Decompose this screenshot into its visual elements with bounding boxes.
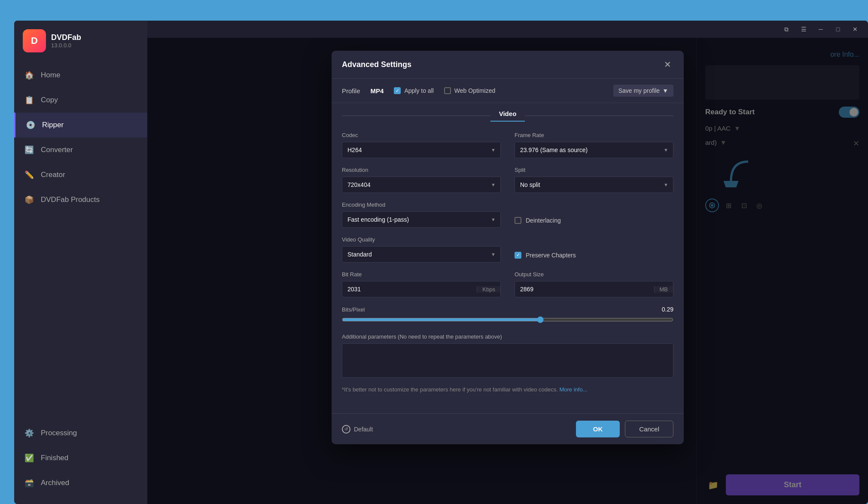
sidebar-item-ripper[interactable]: 💿 Ripper: [14, 113, 147, 137]
bitrate-input[interactable]: [342, 281, 477, 297]
sidebar-item-archived[interactable]: 🗃️ Archived: [14, 470, 147, 495]
web-optimized-checkbox[interactable]: [444, 87, 451, 94]
save-profile-btn[interactable]: Save my profile ▼: [613, 85, 673, 97]
sidebar-item-copy[interactable]: 📋 Copy: [14, 88, 147, 113]
preserve-chapters-checkbox[interactable]: ✓: [515, 252, 521, 259]
slider-label-row: Bits/Pixel 0.29: [342, 306, 673, 313]
finished-icon: ✅: [24, 453, 34, 463]
sidebar-item-creator[interactable]: ✏️ Creator: [14, 162, 147, 187]
advanced-settings-dialog: Advanced Settings ✕ Profile MP4 ✓ Apply …: [332, 51, 684, 444]
split-group: Split No split By size By duration: [515, 167, 673, 193]
bitrate-label: Bit Rate: [342, 271, 501, 278]
maximize-btn[interactable]: □: [832, 23, 844, 35]
framerate-select[interactable]: 23.976 (Same as source) 24 25 29.97 30: [515, 142, 673, 158]
app-version: 13.0.0.0: [51, 42, 81, 49]
sidebar-item-label: Archived: [41, 479, 69, 487]
dialog-close-btn[interactable]: ✕: [661, 58, 673, 70]
outputsize-unit: MB: [654, 286, 673, 293]
codec-label: Codec: [342, 132, 501, 138]
preserve-chapters-group: ✓ Preserve Chapters: [515, 236, 673, 263]
sidebar-item-label: Ripper: [42, 121, 64, 129]
ripper-icon: 💿: [26, 120, 35, 130]
sidebar: D DVDFab 13.0.0.0 🏠 Home 📋 Copy 💿 Ripper…: [14, 21, 147, 504]
resolution-group: Resolution 720x404 1280x720 1920x1080: [342, 167, 501, 193]
more-info-link[interactable]: More info...: [559, 386, 587, 393]
deinterlacing-checkbox[interactable]: [515, 217, 521, 224]
sidebar-item-label: Finished: [41, 454, 68, 462]
apply-to-all-label: Apply to all: [404, 87, 433, 94]
dialog-body: Codec H264 H265 MPEG4 Frame Rate: [332, 122, 684, 413]
outputsize-input[interactable]: [515, 281, 654, 297]
framerate-group: Frame Rate 23.976 (Same as source) 24 25…: [515, 132, 673, 158]
deinterlace-group: Deinterlacing: [515, 202, 673, 228]
bits-pixel-section: Bits/Pixel 0.29: [342, 306, 673, 325]
sidebar-item-label: Copy: [41, 96, 58, 104]
codec-framerate-row: Codec H264 H265 MPEG4 Frame Rate: [342, 132, 673, 158]
sidebar-item-processing[interactable]: ⚙️ Processing: [14, 421, 147, 446]
split-select[interactable]: No split By size By duration: [515, 177, 673, 193]
app-logo-icon: D: [23, 29, 46, 52]
sidebar-item-converter[interactable]: 🔄 Converter: [14, 137, 147, 162]
apply-to-all-checkbox[interactable]: ✓: [394, 87, 401, 94]
dialog-tabs: Video: [332, 103, 684, 122]
sidebar-item-label: Home: [41, 71, 60, 79]
bitrate-outputsize-row: Bit Rate Kbps Output Size MB: [342, 271, 673, 297]
dialog-footer: ↺ Default OK Cancel: [332, 413, 684, 444]
archived-icon: 🗃️: [24, 478, 34, 488]
encoding-label: Encoding Method: [342, 202, 501, 208]
sidebar-item-label: Processing: [41, 429, 77, 437]
converter-icon: 🔄: [24, 145, 34, 155]
footer-buttons: OK Cancel: [576, 421, 673, 437]
additional-params-section: Additional parameters (No need to repeat…: [342, 333, 673, 379]
quality-chapters-row: Video Quality Standard High Ultra High C…: [342, 236, 673, 263]
sidebar-item-dvdfab-products[interactable]: 📦 DVDFab Products: [14, 187, 147, 212]
menu-btn[interactable]: ☰: [798, 23, 810, 35]
sidebar-item-label: Creator: [41, 171, 65, 179]
modal-overlay: Advanced Settings ✕ Profile MP4 ✓ Apply …: [147, 38, 868, 504]
restore-btn[interactable]: ⧉: [780, 23, 792, 35]
web-optimized-check[interactable]: Web Optimized: [444, 87, 495, 94]
resolution-select[interactable]: 720x404 1280x720 1920x1080: [342, 177, 501, 193]
sidebar-item-home[interactable]: 🏠 Home: [14, 63, 147, 88]
dialog-title: Advanced Settings: [342, 60, 411, 69]
codec-select[interactable]: H264 H265 MPEG4: [342, 142, 501, 158]
main-content: ore Info... Ready to Start 0p | AAC ▼ ar…: [147, 38, 868, 504]
ok-btn[interactable]: OK: [576, 421, 620, 437]
encoding-select[interactable]: Fast encoding (1-pass) High quality (2-p…: [342, 211, 501, 228]
bitrate-input-wrap: Kbps: [342, 281, 501, 297]
profile-value: MP4: [371, 87, 384, 95]
bits-pixel-slider[interactable]: [342, 316, 673, 323]
split-select-wrapper[interactable]: No split By size By duration: [515, 177, 673, 193]
quality-select[interactable]: Standard High Ultra High Custom: [342, 246, 501, 263]
dialog-toolbar: Profile MP4 ✓ Apply to all Web Optimized…: [332, 79, 684, 103]
apply-to-all-check[interactable]: ✓ Apply to all: [394, 87, 433, 94]
save-profile-label: Save my profile: [618, 87, 660, 94]
close-btn[interactable]: ✕: [849, 23, 861, 35]
sidebar-item-label: Converter: [41, 146, 73, 154]
bitrate-unit: Kbps: [477, 286, 500, 293]
encoding-group: Encoding Method Fast encoding (1-pass) H…: [342, 202, 501, 228]
codec-group: Codec H264 H265 MPEG4: [342, 132, 501, 158]
tab-line-left: [342, 116, 490, 116]
dialog-header: Advanced Settings ✕: [332, 51, 684, 79]
tab-video[interactable]: Video: [490, 110, 525, 122]
framerate-select-wrapper[interactable]: 23.976 (Same as source) 24 25 29.97 30: [515, 142, 673, 158]
default-btn[interactable]: ↺ Default: [342, 425, 373, 434]
cancel-btn[interactable]: Cancel: [625, 421, 673, 437]
codec-select-wrapper[interactable]: H264 H265 MPEG4: [342, 142, 501, 158]
save-profile-arrow: ▼: [662, 87, 668, 94]
web-optimized-label: Web Optimized: [454, 87, 495, 94]
minimize-btn[interactable]: ─: [815, 23, 827, 35]
encoding-select-wrapper[interactable]: Fast encoding (1-pass) High quality (2-p…: [342, 211, 501, 228]
bits-pixel-label: Bits/Pixel: [342, 306, 365, 313]
sidebar-item-finished[interactable]: ✅ Finished: [14, 446, 147, 470]
additional-params-textarea[interactable]: [342, 343, 673, 378]
resolution-split-row: Resolution 720x404 1280x720 1920x1080 Sp…: [342, 167, 673, 193]
resolution-select-wrapper[interactable]: 720x404 1280x720 1920x1080: [342, 177, 501, 193]
title-bar: ⧉ ☰ ─ □ ✕: [147, 21, 868, 38]
split-label: Split: [515, 167, 673, 173]
default-icon: ↺: [342, 425, 350, 434]
app-window: ⧉ ☰ ─ □ ✕ D DVDFab 13.0.0.0 🏠 Home 📋 Cop…: [14, 21, 868, 504]
outputsize-group: Output Size MB: [515, 271, 673, 297]
quality-select-wrapper[interactable]: Standard High Ultra High Custom: [342, 246, 501, 263]
